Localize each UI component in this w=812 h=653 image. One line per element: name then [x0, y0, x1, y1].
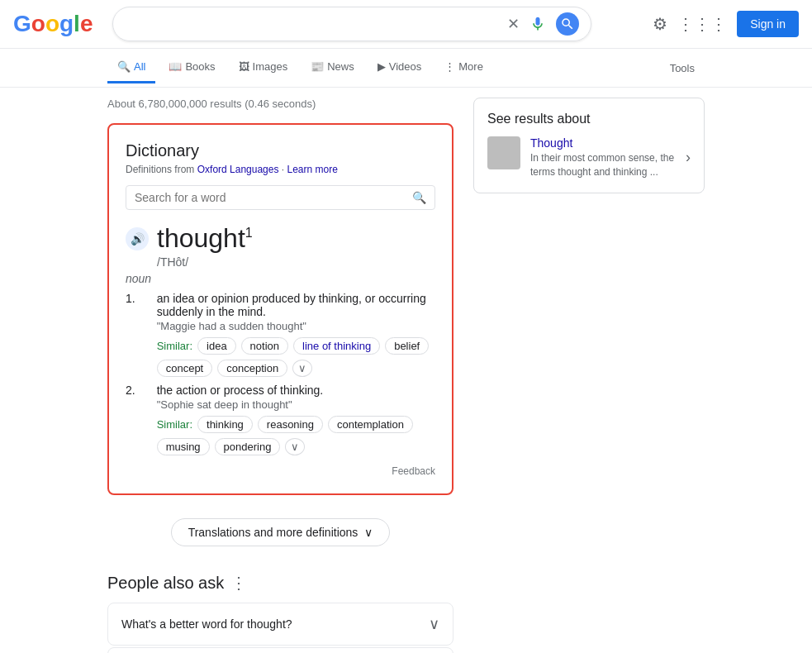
settings-icon[interactable]: ⚙ — [653, 14, 667, 34]
dictionary-search-bar[interactable]: 🔍 — [126, 185, 435, 210]
apps-icon[interactable]: ⋮⋮⋮ — [677, 14, 727, 34]
similar-chip[interactable]: musing — [157, 438, 210, 455]
results-column: About 6,780,000,000 results (0.46 second… — [107, 98, 453, 653]
similar-row-2: Similar: thinking reasoning contemplatio… — [157, 416, 435, 455]
oxford-languages-link[interactable]: Oxford Languages — [197, 164, 279, 175]
nav-item-all[interactable]: 🔍 All — [107, 52, 155, 83]
more-similar-button[interactable]: ∨ — [292, 360, 312, 377]
more-similar-button-2[interactable]: ∨ — [285, 438, 305, 455]
sidebar-title: See results about — [487, 112, 691, 126]
header: Google thought ✕ ⚙ ⋮⋮⋮ Sign in — [0, 0, 812, 49]
translations-button[interactable]: Translations and more definitions ∨ — [171, 518, 391, 546]
def-example-2: "Sophie sat deep in thought" — [157, 398, 435, 411]
nav-item-news[interactable]: 📰 News — [301, 52, 364, 83]
google-logo: Google — [13, 11, 93, 37]
similar-chip-blue[interactable]: line of thinking — [293, 337, 380, 355]
nav-item-books[interactable]: 📖 Books — [159, 52, 225, 83]
nav-label-all: All — [134, 60, 145, 73]
similar-label-2: Similar: — [157, 418, 192, 431]
sidebar-item-desc: In their most common sense, the terms th… — [530, 151, 676, 179]
signin-button[interactable]: Sign in — [737, 11, 799, 37]
more-icon: ⋮ — [444, 60, 455, 73]
sidebar-chevron-icon: › — [686, 149, 691, 166]
paa-title: People also ask — [107, 574, 224, 593]
similar-label-1: Similar: — [157, 340, 192, 352]
dictionary-source: Definitions from Oxford Languages · Lear… — [126, 164, 435, 175]
similar-chip[interactable]: concept — [157, 360, 213, 377]
main-content: About 6,780,000,000 results (0.46 second… — [0, 88, 812, 653]
mic-icon[interactable] — [528, 14, 548, 34]
similar-chip[interactable]: pondering — [215, 438, 281, 455]
nav-label-more: More — [458, 60, 483, 73]
feedback-label[interactable]: Feedback — [126, 465, 435, 477]
def-example-1: "Maggie had a sudden thought" — [157, 320, 435, 332]
nav-bar: 🔍 All 📖 Books 🖼 Images 📰 News ▶ Videos ⋮… — [0, 49, 812, 88]
similar-chip[interactable]: notion — [241, 337, 288, 355]
search-input[interactable]: thought — [125, 17, 507, 31]
chevron-down-icon-0: ∨ — [429, 615, 439, 633]
paa-menu-icon[interactable]: ⋮ — [230, 573, 247, 593]
word-header: 🔊 thought1 — [126, 223, 435, 254]
nav-label-videos: Videos — [389, 60, 422, 73]
nav-label-books: Books — [185, 60, 215, 73]
phonetic: /THôt/ — [157, 255, 435, 269]
learn-more-link[interactable]: Learn more — [287, 164, 337, 175]
nav-item-more[interactable]: ⋮ More — [434, 52, 493, 83]
search-button[interactable] — [556, 12, 579, 36]
similar-chip[interactable]: contemplation — [328, 416, 413, 433]
videos-icon: ▶ — [378, 60, 386, 73]
clear-icon[interactable]: ✕ — [507, 15, 520, 33]
similar-chip[interactable]: thinking — [197, 416, 253, 433]
word-title: thought1 — [157, 223, 253, 254]
sidebar-item-title: Thought — [530, 136, 676, 150]
similar-chip[interactable]: reasoning — [258, 416, 323, 433]
definition-item-2: the action or process of thinking. "Soph… — [126, 384, 435, 455]
sidebar-thumbnail — [487, 136, 520, 169]
sidebar-item-thought[interactable]: Thought In their most common sense, the … — [487, 136, 691, 179]
nav-label-images: Images — [253, 60, 288, 73]
similar-chip[interactable]: belief — [385, 337, 429, 355]
similar-row-1: Similar: idea notion line of thinking be… — [157, 337, 435, 377]
nav-label-news: News — [327, 60, 354, 73]
sidebar-box: See results about Thought In their most … — [473, 98, 705, 193]
similar-chip[interactable]: idea — [197, 337, 236, 355]
paa-item-1[interactable]: What is an example of a thought? ∨ — [107, 647, 453, 653]
dictionary-title: Dictionary — [126, 141, 435, 160]
sidebar-item-content: Thought In their most common sense, the … — [530, 136, 676, 179]
def-text-2: the action or process of thinking. — [157, 384, 435, 397]
similar-chip[interactable]: conception — [217, 360, 287, 377]
paa-header: People also ask ⋮ — [107, 573, 453, 593]
paa-question-0: What's a better word for thought? — [121, 617, 292, 631]
all-icon: 🔍 — [117, 60, 131, 73]
people-also-ask-section: People also ask ⋮ What's a better word f… — [107, 573, 453, 653]
header-right: ⚙ ⋮⋮⋮ Sign in — [653, 11, 799, 37]
definition-item-1: an idea or opinion produced by thinking,… — [126, 292, 435, 377]
results-count: About 6,780,000,000 results (0.46 second… — [107, 98, 453, 110]
paa-item-0[interactable]: What's a better word for thought? ∨ — [107, 603, 453, 646]
word-entry: 🔊 thought1 /THôt/ noun an idea or opinio… — [126, 223, 435, 455]
dictionary-search-icon: 🔍 — [412, 191, 426, 204]
translations-chevron-icon: ∨ — [364, 526, 373, 539]
translations-label: Translations and more definitions — [188, 526, 359, 539]
sidebar-column: See results about Thought In their most … — [473, 98, 705, 653]
search-bar[interactable]: thought ✕ — [112, 7, 591, 41]
tools-button[interactable]: Tools — [660, 54, 705, 83]
dictionary-box: Dictionary Definitions from Oxford Langu… — [107, 123, 453, 495]
nav-item-videos[interactable]: ▶ Videos — [368, 52, 432, 83]
nav-item-images[interactable]: 🖼 Images — [229, 52, 298, 83]
word-superscript: 1 — [245, 226, 253, 240]
part-of-speech: noun — [126, 272, 435, 285]
images-icon: 🖼 — [239, 60, 249, 73]
def-text-1: an idea or opinion produced by thinking,… — [157, 292, 435, 318]
dictionary-search-input[interactable] — [135, 191, 412, 204]
news-icon: 📰 — [311, 60, 324, 73]
definitions-list: an idea or opinion produced by thinking,… — [126, 292, 435, 455]
books-icon: 📖 — [169, 60, 182, 73]
speaker-button[interactable]: 🔊 — [126, 227, 149, 250]
